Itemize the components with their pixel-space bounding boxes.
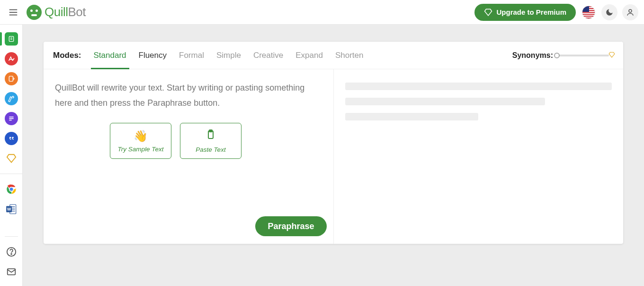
logo-mark-icon (27, 5, 42, 20)
logo-part1: Quill (45, 5, 68, 19)
plagiarism-icon[interactable] (5, 92, 18, 105)
sample-label: Try Sample Text (118, 146, 164, 153)
premium-gem-icon (608, 51, 615, 59)
tab-expand[interactable]: Expand (295, 51, 323, 60)
mail-icon[interactable] (5, 265, 18, 278)
svg-text:W: W (7, 207, 11, 212)
topbar: QuillBot Upgrade to Premium (0, 0, 644, 25)
left-rail: W (0, 25, 23, 286)
clipboard-icon (205, 129, 216, 143)
us-flag-icon (582, 6, 595, 19)
svg-rect-8 (9, 76, 13, 82)
tab-standard[interactable]: Standard (94, 51, 126, 60)
skeleton-line (345, 98, 546, 105)
grammar-icon[interactable] (5, 52, 18, 65)
logo-part2: Bot (68, 5, 86, 19)
paste-text-button[interactable]: Paste Text (180, 123, 242, 159)
synonyms-label: Synonyms: (512, 51, 553, 60)
try-sample-button[interactable]: 👋 Try Sample Text (110, 123, 171, 159)
moon-icon (605, 8, 614, 17)
paraphrase-label: Paraphrase (268, 221, 314, 231)
output-skeleton (334, 69, 624, 134)
theme-toggle-button[interactable] (601, 4, 617, 20)
editor-card: Modes: Standard Fluency Formal Simple Cr… (44, 42, 623, 244)
modes-bar: Modes: Standard Fluency Formal Simple Cr… (44, 42, 623, 69)
panes: QuillBot will rewrite your text. Start b… (44, 69, 623, 244)
user-icon (626, 8, 635, 17)
menu-button[interactable] (6, 5, 21, 20)
synonyms-slider[interactable] (557, 55, 609, 56)
skeleton-line (345, 83, 612, 90)
output-pane (334, 69, 624, 244)
svg-point-3 (629, 9, 632, 12)
rail-divider (5, 236, 18, 237)
paraphraser-icon[interactable] (5, 32, 18, 46)
account-button[interactable] (622, 4, 638, 20)
tab-creative[interactable]: Creative (253, 51, 283, 60)
input-placeholder: QuillBot will rewrite your text. Start b… (44, 69, 333, 111)
cowriter-icon[interactable] (5, 72, 18, 85)
language-button[interactable] (581, 4, 597, 20)
paraphrase-button[interactable]: Paraphrase (255, 216, 326, 236)
modes-label: Modes: (53, 51, 81, 60)
slider-thumb-icon[interactable] (554, 53, 560, 58)
upgrade-premium-button[interactable]: Upgrade to Premium (474, 4, 576, 21)
skeleton-line (345, 113, 479, 120)
synonyms-control: Synonyms: (512, 51, 614, 60)
tab-shorten[interactable]: Shorten (335, 51, 364, 60)
svg-point-23 (11, 254, 12, 255)
summarizer-icon[interactable] (5, 112, 18, 125)
logo[interactable]: QuillBot (27, 5, 86, 20)
tab-fluency[interactable]: Fluency (139, 51, 167, 60)
tab-formal[interactable]: Formal (179, 51, 204, 60)
paste-label: Paste Text (196, 146, 225, 153)
premium-icon[interactable] (5, 152, 18, 165)
word-ext-icon[interactable]: W (5, 203, 18, 216)
wave-icon: 👋 (134, 129, 148, 143)
tab-simple[interactable]: Simple (216, 51, 241, 60)
citation-icon[interactable] (5, 132, 18, 145)
logo-text: QuillBot (45, 5, 86, 19)
rail-divider (0, 174, 22, 174)
premium-label: Upgrade to Premium (496, 8, 566, 16)
stage: Modes: Standard Fluency Formal Simple Cr… (23, 25, 644, 286)
input-pane[interactable]: QuillBot will rewrite your text. Start b… (44, 69, 334, 244)
help-icon[interactable] (5, 245, 18, 258)
diamond-icon (484, 8, 492, 17)
chrome-ext-icon[interactable] (5, 183, 18, 196)
